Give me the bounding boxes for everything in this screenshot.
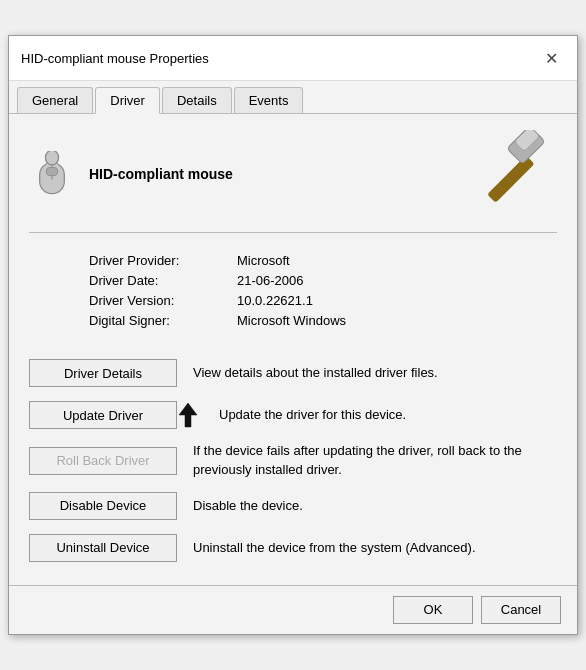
signer-value: Microsoft Windows [237,313,557,328]
hammer-icon [472,130,557,218]
ok-button[interactable]: OK [393,596,473,624]
action-row-disable-device: Disable Device Disable the device. [29,485,557,527]
date-label: Driver Date: [89,273,229,288]
update-driver-button[interactable]: Update Driver [29,401,177,429]
svg-rect-2 [46,168,58,176]
uninstall-device-desc: Uninstall the device from the system (Ad… [193,539,476,557]
uninstall-device-button[interactable]: Uninstall Device [29,534,177,562]
version-label: Driver Version: [89,293,229,308]
rollback-driver-desc: If the device fails after updating the d… [193,442,557,478]
device-header: HID-compliant mouse [29,130,557,233]
disable-device-desc: Disable the device. [193,497,303,515]
action-row-uninstall-device: Uninstall Device Uninstall the device fr… [29,527,557,569]
update-driver-desc: Update the driver for this device. [219,406,406,424]
version-value: 10.0.22621.1 [237,293,557,308]
driver-details-button[interactable]: Driver Details [29,359,177,387]
disable-device-button[interactable]: Disable Device [29,492,177,520]
footer: OK Cancel [9,585,577,634]
driver-info: Driver Provider: Microsoft Driver Date: … [29,253,557,328]
cancel-button[interactable]: Cancel [481,596,561,624]
tab-bar: General Driver Details Events [9,81,577,114]
svg-marker-7 [179,403,197,427]
signer-label: Digital Signer: [89,313,229,328]
action-row-update-driver: Update Driver Update the driver for this… [29,394,557,436]
tab-details[interactable]: Details [162,87,232,113]
action-row-rollback-driver: Roll Back Driver If the device fails aft… [29,436,557,484]
tab-content: HID-compliant mouse Driver Provider: Mic… [9,114,577,584]
provider-label: Driver Provider: [89,253,229,268]
tab-driver[interactable]: Driver [95,87,160,114]
driver-actions: Driver Details View details about the in… [29,352,557,568]
properties-window: HID-compliant mouse Properties ✕ General… [8,35,578,634]
mouse-icon [29,151,75,197]
driver-details-desc: View details about the installed driver … [193,364,438,382]
title-bar: HID-compliant mouse Properties ✕ [9,36,577,81]
close-button[interactable]: ✕ [537,44,565,72]
tab-events[interactable]: Events [234,87,304,113]
window-title: HID-compliant mouse Properties [21,51,209,66]
date-value: 21-06-2006 [237,273,557,288]
svg-rect-4 [487,156,534,203]
update-arrow-indicator [177,401,199,429]
rollback-driver-button[interactable]: Roll Back Driver [29,447,177,475]
device-name: HID-compliant mouse [89,166,233,182]
tab-general[interactable]: General [17,87,93,113]
action-row-driver-details: Driver Details View details about the in… [29,352,557,394]
svg-point-3 [45,151,58,165]
provider-value: Microsoft [237,253,557,268]
